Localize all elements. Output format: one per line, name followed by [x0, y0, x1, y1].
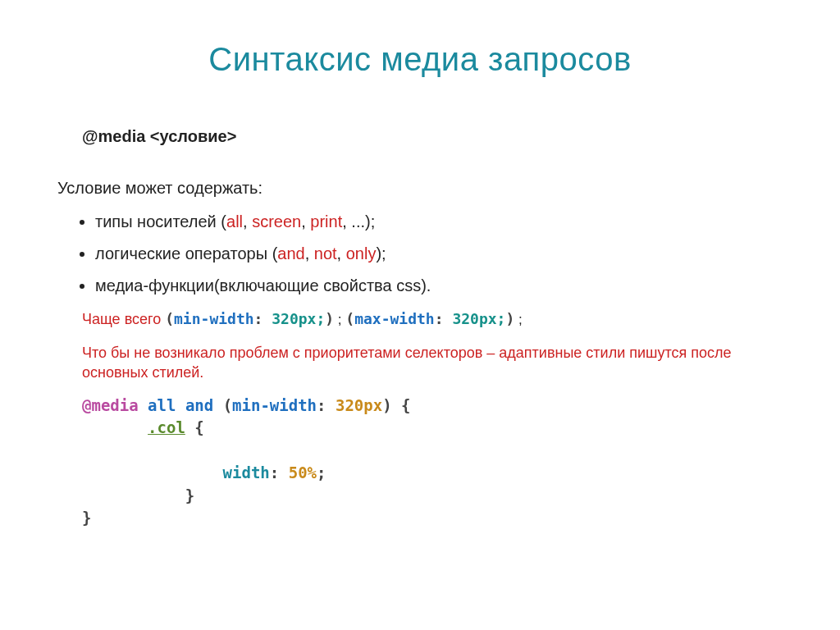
semicolon: ;	[317, 463, 326, 482]
keyword-only: only	[346, 244, 377, 262]
page-title: Синтаксис медиа запросов	[57, 41, 783, 78]
text: логические операторы (	[95, 244, 277, 262]
text: , ...);	[342, 212, 375, 231]
text	[176, 396, 185, 414]
indent	[82, 418, 148, 436]
css-prop: width	[223, 463, 270, 482]
selector: .col	[148, 418, 185, 436]
intro-text: Условие может содержать:	[57, 179, 783, 198]
css-prop: min-width	[232, 396, 317, 414]
list-item: типы носителей (all, screen, print, ...)…	[95, 212, 783, 231]
colon: :	[270, 463, 289, 482]
paren: (	[345, 310, 354, 327]
at-rule: @media	[82, 396, 139, 414]
css-value: 320px;	[452, 310, 505, 327]
text: типы носителей (	[95, 212, 226, 231]
text: ,	[243, 212, 252, 231]
text	[213, 396, 222, 414]
keyword-all: all	[226, 212, 243, 231]
paren: (	[223, 396, 232, 414]
colon: :	[254, 310, 272, 327]
list-item: логические операторы (and, not, only);	[95, 244, 783, 263]
brace: ) {	[382, 396, 410, 414]
text: ,	[305, 244, 314, 262]
css-value: 50%	[289, 463, 317, 482]
colon: :	[435, 310, 453, 327]
indent	[82, 463, 223, 482]
indent	[82, 486, 185, 504]
text: Чаще всего	[82, 311, 165, 327]
keyword-not: not	[314, 244, 337, 262]
brace: {	[185, 418, 204, 436]
colon: :	[317, 396, 336, 414]
text	[139, 396, 148, 414]
warning-text: Что бы не возникало проблем с приоритета…	[82, 343, 783, 383]
brace: }	[82, 509, 91, 527]
text: ,	[301, 212, 310, 231]
paren: )	[505, 310, 514, 327]
keyword: all	[148, 396, 176, 414]
usage-note: Чаще всего (min-width: 320px;) ; (max-wi…	[82, 310, 783, 328]
text: ;	[514, 312, 522, 327]
keyword-screen: screen	[252, 212, 301, 231]
text: );	[376, 244, 386, 262]
keyword-print: print	[310, 212, 342, 231]
text: ,	[337, 244, 346, 262]
keyword-and: and	[277, 244, 304, 262]
paren: (	[165, 310, 174, 327]
css-value: 320px	[336, 396, 382, 414]
css-prop: max-width	[354, 310, 435, 327]
css-prop: min-width	[174, 310, 254, 327]
condition-list: типы носителей (all, screen, print, ...)…	[57, 212, 783, 295]
css-value: 320px;	[272, 310, 325, 327]
brace: }	[185, 486, 194, 504]
code-block: @media all and (min-width: 320px) { .col…	[82, 395, 783, 530]
syntax-header: @media <условие>	[82, 127, 783, 146]
text: ;	[334, 312, 345, 327]
keyword: and	[185, 396, 213, 414]
list-item: медиа-функции(включающие свойства css).	[95, 276, 783, 295]
paren: )	[325, 310, 334, 327]
slide: Синтаксис медиа запросов @media <условие…	[0, 0, 840, 630]
